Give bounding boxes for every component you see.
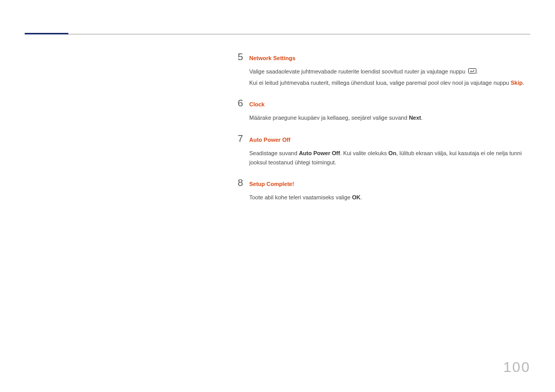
text-segment: . <box>360 194 362 200</box>
text-segment: Seadistage suvand <box>249 150 299 156</box>
step-text: Määrake praegune kuupäev ja kellaaeg, se… <box>249 114 530 123</box>
step-list: 5 Network Settings Valige saadaolevate j… <box>230 51 530 213</box>
step-body: Setup Complete! Toote abil kohe teleri v… <box>249 181 530 204</box>
bold-label: On <box>388 150 396 156</box>
text-segment: . Kui valite olekuks <box>340 150 388 156</box>
text-segment: Valige saadaolevate juhtmevabade ruuteri… <box>249 68 467 74</box>
text-segment: Määrake praegune kuupäev ja kellaaeg, se… <box>249 115 409 121</box>
step-7: 7 Auto Power Off Seadistage suvand Auto … <box>230 133 530 169</box>
bold-label: Auto Power Off <box>299 150 340 156</box>
text-segment: Toote abil kohe teleri vaatamiseks valig… <box>249 194 352 200</box>
svg-rect-0 <box>468 69 476 73</box>
step-title: Clock <box>249 101 530 107</box>
bold-label: OK <box>352 194 361 200</box>
step-number: 7 <box>230 133 243 144</box>
header-divider <box>25 34 530 34</box>
step-text: Kui ei leitud juhtmevaba ruuterit, mille… <box>249 79 530 88</box>
text-segment: . <box>523 80 524 86</box>
page-number: 100 <box>503 359 530 376</box>
step-body: Clock Määrake praegune kuupäev ja kellaa… <box>249 101 530 125</box>
text-segment: Kui ei leitud juhtmevaba ruuterit, mille… <box>249 80 511 86</box>
step-text: Valige saadaolevate juhtmevabade ruuteri… <box>249 67 530 77</box>
text-segment: . <box>476 68 478 74</box>
step-number: 8 <box>230 177 243 189</box>
step-number: 5 <box>230 51 243 63</box>
step-text: Seadistage suvand Auto Power Off. Kui va… <box>249 149 530 167</box>
step-text: Toote abil kohe teleri vaatamiseks valig… <box>249 193 530 202</box>
step-title: Setup Complete! <box>249 181 530 187</box>
step-5: 5 Network Settings Valige saadaolevate j… <box>230 51 530 89</box>
step-title: Network Settings <box>249 55 530 61</box>
skip-label: Skip <box>511 80 523 86</box>
step-number: 6 <box>230 98 243 109</box>
step-body: Auto Power Off Seadistage suvand Auto Po… <box>249 137 530 169</box>
header-accent-bar <box>25 33 68 34</box>
step-8: 8 Setup Complete! Toote abil kohe teleri… <box>230 177 530 204</box>
enter-icon <box>468 67 476 77</box>
text-segment: . <box>421 115 423 121</box>
step-6: 6 Clock Määrake praegune kuupäev ja kell… <box>230 98 530 125</box>
step-title: Auto Power Off <box>249 137 530 143</box>
bold-label: Next <box>409 115 421 121</box>
step-body: Network Settings Valige saadaolevate juh… <box>249 55 530 89</box>
